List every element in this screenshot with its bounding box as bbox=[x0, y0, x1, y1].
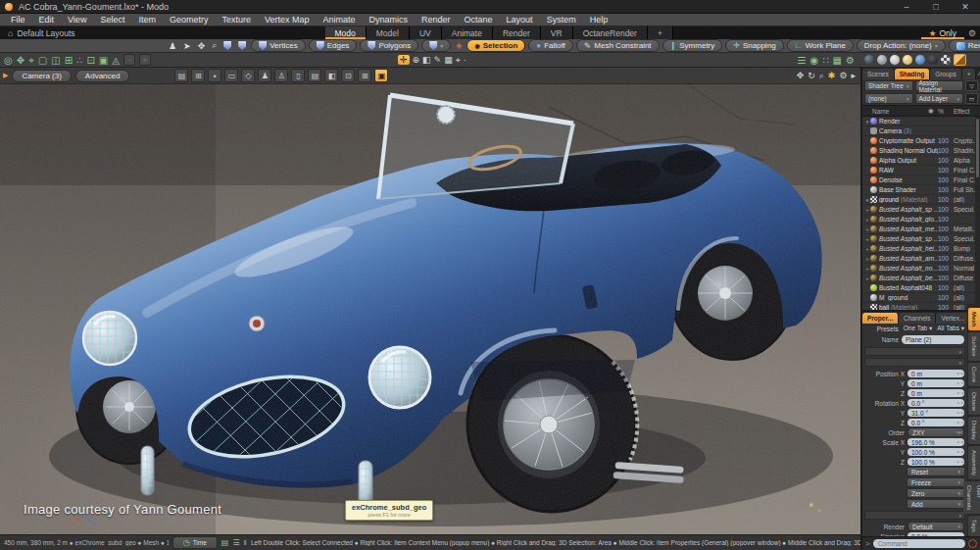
home-icon[interactable]: ⌂ bbox=[8, 28, 13, 38]
viewport-style-icon[interactable]: ▤ bbox=[174, 69, 188, 82]
active-preset-icon[interactable] bbox=[954, 54, 966, 66]
expand-icon[interactable]: ▸ bbox=[851, 71, 856, 81]
default-layouts-label[interactable]: Default Layouts bbox=[17, 28, 74, 38]
category-tab[interactable]: Octane bbox=[968, 388, 980, 415]
key-icon[interactable]: ✱ bbox=[828, 71, 836, 81]
shader-tree-row[interactable]: + Busted Asphalt_sp ... 100 Specul... bbox=[862, 234, 980, 244]
menu-item[interactable]: Help bbox=[583, 15, 615, 25]
properties-tab[interactable]: Vertex... bbox=[936, 313, 970, 324]
option-icon[interactable]: ∷ bbox=[822, 53, 828, 68]
viewport-style-icon[interactable]: ▣ bbox=[374, 69, 388, 82]
maximize-button[interactable]: □ bbox=[921, 2, 951, 12]
shader-tree-row[interactable]: Base Shader 100 Full Sh... bbox=[862, 185, 980, 195]
work-plane-button[interactable]: ∟Work Plane bbox=[787, 39, 854, 52]
camera-dropdown[interactable]: Camera (3) bbox=[12, 70, 71, 82]
drop-action-dropdown[interactable]: Drop Action: (none)▾ bbox=[857, 39, 946, 52]
pause-icon[interactable]: ‖ bbox=[244, 538, 247, 547]
menu-item[interactable]: Geometry bbox=[163, 15, 216, 25]
minimize-button[interactable]: – bbox=[892, 2, 921, 12]
layout-tab[interactable]: Model bbox=[367, 26, 410, 39]
viewport-style-icon[interactable]: ▪ bbox=[208, 69, 221, 82]
property-value[interactable]: 0 m∘∘ bbox=[907, 379, 964, 387]
viewport-style-icon[interactable]: ▯ bbox=[291, 69, 305, 82]
list-icon[interactable]: ☰ bbox=[232, 538, 239, 547]
layout-tab[interactable]: VR bbox=[541, 26, 573, 39]
action-icon[interactable]: ✎ bbox=[434, 55, 442, 65]
shader-tree-row[interactable]: ▾ ground (Material) 100 (all) bbox=[862, 195, 980, 205]
vertices-mode-button[interactable]: Vertices bbox=[251, 39, 305, 52]
time-button[interactable]: ◷ Time bbox=[172, 536, 218, 549]
property-value[interactable]: 0.0 °∘∘ bbox=[907, 399, 964, 407]
name-field[interactable]: Plane (2) bbox=[902, 335, 964, 344]
menu-item[interactable]: System bbox=[540, 15, 583, 25]
material-preset-icon[interactable] bbox=[903, 55, 912, 65]
option-icon[interactable]: ▦ bbox=[833, 53, 842, 68]
menu-item[interactable]: Layout bbox=[500, 15, 540, 25]
property-value[interactable]: 0.0 °∘∘ bbox=[907, 419, 964, 426]
materials-mode-icon[interactable]: ◈ bbox=[454, 40, 464, 51]
shader-tree-row[interactable]: Cryptomatte Output 100 Crypto... bbox=[862, 136, 980, 146]
layout-tab[interactable]: OctaneRender bbox=[573, 26, 648, 39]
menu-item[interactable]: Render bbox=[415, 15, 458, 25]
shading-tab[interactable]: Shading bbox=[895, 69, 931, 79]
menu-item[interactable]: Octane bbox=[458, 15, 500, 25]
viewport-style-icon[interactable]: ◇ bbox=[241, 69, 255, 82]
more-tools-button[interactable]: · bbox=[123, 54, 135, 66]
close-button[interactable]: ✕ bbox=[951, 2, 980, 12]
shading-mode-dropdown[interactable]: Advanced bbox=[75, 70, 130, 82]
polygons-mode-button[interactable]: Polygons bbox=[360, 39, 418, 52]
category-tab[interactable]: User Channels bbox=[963, 481, 980, 514]
pan-icon[interactable]: ✥ bbox=[797, 71, 805, 81]
3d-viewport[interactable]: ▶ Camera (3) Advanced ▤⊞▪▭◇♟♙▯▤◧⊡⊞▣ ✥ ↻ … bbox=[0, 68, 860, 534]
shader-tree-row[interactable]: Shading Normal Output 100 Shadin... bbox=[862, 146, 980, 156]
printer-icon[interactable]: ▤ bbox=[221, 538, 229, 547]
symmetry-button[interactable]: ❙Symmetry bbox=[662, 39, 723, 52]
items-mode-dropdown[interactable]: ▾ bbox=[421, 39, 451, 52]
shading-tab[interactable]: Groups bbox=[930, 69, 961, 79]
transform-action-button[interactable]: Add▾ bbox=[906, 499, 965, 509]
command-input[interactable]: Command bbox=[873, 539, 965, 548]
category-tab[interactable]: Assembly bbox=[968, 446, 980, 479]
shader-tree-row[interactable]: Busted Asphalt048 100 (all) bbox=[862, 283, 980, 293]
viewport-style-icon[interactable]: ⊡ bbox=[341, 69, 355, 82]
transform-action-button[interactable]: Reset▾ bbox=[906, 467, 965, 476]
add-layer-dropdown[interactable]: Add Layer▾ bbox=[915, 93, 964, 104]
snapping-button[interactable]: ✛Snapping bbox=[725, 39, 784, 52]
viewport-style-icon[interactable]: ♙ bbox=[274, 69, 288, 82]
only-toggle[interactable]: ★ Only bbox=[921, 26, 964, 39]
tool-icon[interactable]: ▣ bbox=[99, 53, 108, 68]
orbit-icon[interactable]: ↻ bbox=[808, 71, 815, 81]
menu-item[interactable]: Edit bbox=[32, 15, 62, 25]
filter-dropdown[interactable]: (none)▾ bbox=[864, 93, 913, 104]
selection-button[interactable]: ◉Selection bbox=[466, 39, 525, 52]
property-value[interactable]: 0 m∘∘ bbox=[907, 389, 964, 397]
render-button[interactable]: Render bbox=[949, 39, 980, 52]
gear-icon[interactable]: ⚙ bbox=[839, 71, 847, 81]
category-tab[interactable]: Curve bbox=[968, 363, 980, 386]
shading-tab[interactable]: + bbox=[962, 69, 977, 79]
shader-tree-row[interactable]: + Busted Asphalt_be... 100 Diffuse bbox=[862, 274, 980, 283]
zoom-tool-icon[interactable]: ⌕ bbox=[210, 40, 219, 51]
transform-action-button[interactable]: Freeze▾ bbox=[906, 477, 965, 487]
one-tab-dropdown[interactable]: One Tab ▾ bbox=[904, 325, 933, 332]
gear-icon[interactable]: ⚙ bbox=[968, 28, 976, 38]
mesh-constraint-button[interactable]: ✎Mesh Constraint bbox=[576, 39, 660, 52]
transform-section-bar[interactable]: ▾ bbox=[864, 358, 965, 367]
category-tab[interactable]: Mesh bbox=[968, 308, 980, 330]
shading-tab[interactable]: Scenes bbox=[862, 69, 895, 79]
shield-icon[interactable] bbox=[236, 40, 248, 51]
tool-icon[interactable]: ◫ bbox=[51, 53, 60, 68]
shader-tree-row[interactable]: ▾ Render bbox=[862, 117, 980, 126]
tree-scrollbar[interactable] bbox=[975, 117, 980, 310]
viewport-style-icon[interactable]: ♟ bbox=[258, 69, 271, 82]
property-value[interactable]: 31.0 °∘∘ bbox=[907, 409, 964, 417]
menu-item[interactable]: Texture bbox=[215, 15, 258, 25]
shader-tree-row[interactable]: Alpha Output 100 Alpha bbox=[862, 156, 980, 166]
property-value[interactable]: 0 m∘∘ bbox=[907, 370, 964, 377]
cursor-tool-icon[interactable]: ➤ bbox=[181, 40, 193, 51]
material-preset-icon[interactable] bbox=[877, 55, 887, 65]
material-preset-icon[interactable] bbox=[864, 55, 874, 65]
menu-item[interactable]: Vertex Map bbox=[258, 15, 317, 25]
material-preset-icon[interactable] bbox=[890, 55, 900, 65]
property-value[interactable]: ZXY∘∘ bbox=[907, 427, 964, 437]
